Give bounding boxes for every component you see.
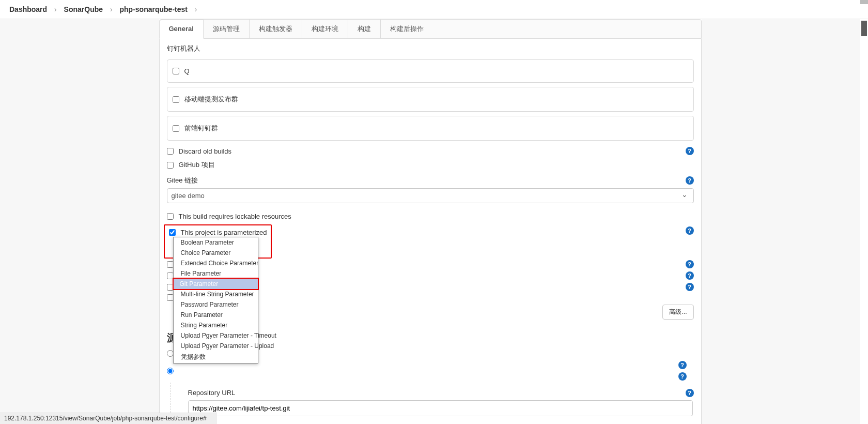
browser-status-bar: 192.178.1.250:12315/view/SonarQube/job/p…: [0, 413, 217, 424]
param-option-git[interactable]: Git Parameter: [173, 278, 259, 290]
parameterized-label: This project is parameterized: [181, 229, 267, 236]
breadcrumb-item-dashboard[interactable]: Dashboard: [9, 5, 47, 13]
checkbox-q[interactable]: [173, 68, 179, 74]
repository-url-label: Repository URL: [188, 389, 236, 397]
discard-old-builds-label: Discard old builds: [179, 147, 232, 155]
help-icon[interactable]: ?: [686, 283, 694, 291]
help-icon[interactable]: ?: [678, 361, 687, 369]
github-project-label: GitHub 项目: [179, 160, 215, 170]
checkbox-mobile[interactable]: [173, 96, 179, 103]
scroll-up-track: [860, 0, 868, 4]
checkbox-github-project[interactable]: [167, 162, 174, 169]
checkbox-lockable-resources[interactable]: [167, 213, 174, 220]
param-option-multiline[interactable]: Multi-line String Parameter: [174, 289, 258, 299]
param-option-file[interactable]: File Parameter: [174, 268, 258, 279]
dingding-section-title: 钉钉机器人: [160, 39, 701, 55]
tab-scm[interactable]: 源码管理: [204, 20, 250, 38]
scrollbar-thumb[interactable]: [861, 21, 867, 36]
param-option-credentials[interactable]: 凭据参数: [174, 351, 258, 363]
dingding-option-label: 前端钉钉群: [184, 124, 218, 133]
gitee-link-select[interactable]: gitee demo: [167, 188, 694, 203]
chevron-right-icon: ›: [49, 5, 62, 13]
param-option-run[interactable]: Run Parameter: [174, 310, 258, 320]
dingding-option-mobile[interactable]: 移动端提测发布群: [167, 87, 694, 112]
param-option-string[interactable]: String Parameter: [174, 320, 258, 330]
help-icon[interactable]: ?: [686, 271, 694, 280]
git-config-block: Repository URL ? Credentials ? - 无 - 添加: [170, 383, 701, 424]
breadcrumb-item-sonarqube[interactable]: SonarQube: [64, 5, 103, 13]
param-option-password[interactable]: Password Parameter: [174, 299, 258, 310]
checkbox-discard-old-builds[interactable]: [167, 148, 174, 155]
param-option-boolean[interactable]: Boolean Parameter: [174, 237, 258, 248]
param-option-pgyer-upload[interactable]: Upload Pgyer Parameter - Upload: [174, 341, 258, 351]
chevron-right-icon: ›: [190, 5, 203, 13]
param-option-choice[interactable]: Choice Parameter: [174, 248, 258, 258]
help-icon[interactable]: ?: [686, 260, 694, 268]
help-icon[interactable]: ?: [686, 176, 694, 185]
tab-triggers[interactable]: 构建触发器: [250, 20, 302, 38]
help-icon[interactable]: ?: [686, 147, 694, 155]
help-icon[interactable]: ?: [678, 372, 687, 381]
dingding-option-frontend[interactable]: 前端钉钉群: [167, 116, 694, 141]
config-tabs: General 源码管理 构建触发器 构建环境 构建 构建后操作: [159, 19, 702, 39]
param-option-pgyer-timeout[interactable]: Upload Pgyer Parameter - Timeout: [174, 330, 258, 341]
gitee-link-label: Gitee 链接: [167, 176, 198, 185]
tab-env[interactable]: 构建环境: [302, 20, 348, 38]
repository-url-input[interactable]: [188, 400, 693, 416]
chevron-right-icon: ›: [105, 5, 118, 13]
tab-build[interactable]: 构建: [348, 20, 381, 38]
checkbox-frontend[interactable]: [173, 125, 179, 132]
lockable-resources-label: This build requires lockable resources: [179, 213, 291, 220]
help-icon[interactable]: ?: [686, 389, 694, 397]
dingding-option-q[interactable]: Q: [167, 59, 694, 83]
tab-post[interactable]: 构建后操作: [381, 20, 433, 38]
dingding-option-label: 移动端提测发布群: [184, 95, 238, 104]
advanced-button[interactable]: 高级...: [662, 305, 693, 320]
breadcrumb: Dashboard › SonarQube › php-sonarqube-te…: [0, 0, 868, 19]
param-option-extended-choice[interactable]: Extended Choice Parameter: [174, 258, 258, 268]
breadcrumb-item-job[interactable]: php-sonarqube-test: [120, 5, 188, 13]
checkbox-parameterized[interactable]: [169, 229, 176, 236]
help-icon[interactable]: ?: [686, 226, 694, 235]
add-parameter-dropdown[interactable]: Boolean Parameter Choice Parameter Exten…: [173, 237, 258, 364]
tab-general[interactable]: General: [160, 20, 204, 39]
dingding-option-label: Q: [184, 67, 190, 75]
radio-scm-git[interactable]: [167, 368, 174, 374]
config-panel: 钉钉机器人 Q 移动端提测发布群 前端钉钉群 Discard old build…: [159, 39, 702, 424]
